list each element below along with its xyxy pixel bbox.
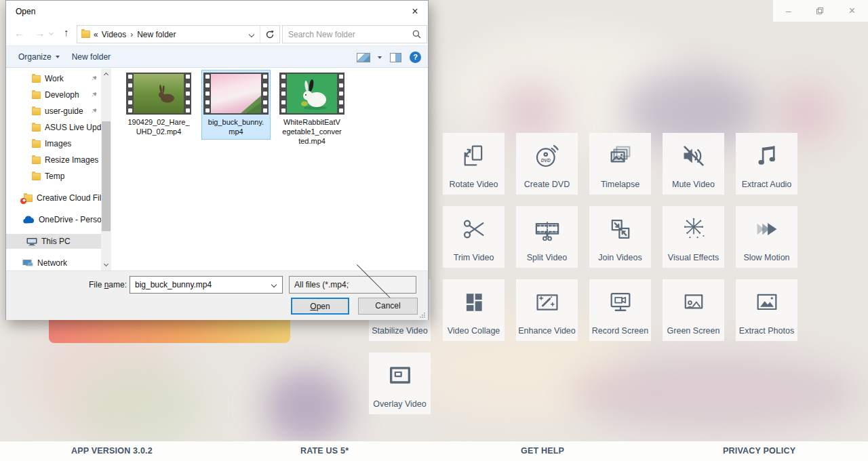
tile-timelapse[interactable]: Timelapse (589, 133, 651, 195)
help-icon[interactable]: ? (410, 52, 421, 63)
sidebar-item-work[interactable]: Work (6, 71, 101, 86)
video-thumbnail (126, 73, 191, 115)
search-box[interactable] (282, 25, 427, 43)
new-folder-button[interactable]: New folder (72, 52, 111, 62)
forward-icon[interactable]: → (35, 27, 45, 39)
close-window-icon[interactable]: × (849, 5, 855, 17)
cancel-button[interactable]: Cancel (358, 298, 418, 315)
tile-green-screen[interactable]: Green Screen (663, 279, 724, 341)
scroll-down-icon[interactable] (101, 260, 111, 270)
extract-audio-icon (753, 142, 781, 169)
video-collage-icon (460, 289, 488, 316)
tile-mute-video[interactable]: Mute Video (663, 133, 724, 195)
privacy-policy-link[interactable]: PRIVACY POLICY (723, 446, 795, 456)
sidebar-item-resize-images[interactable]: Resize Images (6, 153, 101, 167)
svg-text:DVD: DVD (540, 158, 550, 163)
get-help-link[interactable]: GET HELP (521, 446, 564, 456)
green-screen-icon (680, 289, 707, 316)
tile-join-videos[interactable]: Join Videos (589, 206, 651, 268)
scroll-up-icon[interactable] (101, 68, 111, 79)
tile-slow-motion[interactable]: Slow Motion (736, 206, 797, 268)
tile-label: Join Videos (589, 253, 651, 262)
up-icon[interactable]: ↑ (64, 26, 69, 38)
close-icon[interactable]: × (408, 4, 422, 19)
organize-menu[interactable]: Organize (18, 52, 60, 62)
refresh-icon[interactable] (260, 26, 279, 43)
minimize-icon[interactable]: – (786, 5, 791, 16)
file-item-hare[interactable]: 190429_02_Hare_UHD_02.mp4 (125, 73, 193, 136)
open-button[interactable]: Open (291, 298, 349, 315)
tile-video-collage[interactable]: Video Collage (443, 279, 505, 341)
app-window-controls: – × (773, 0, 868, 22)
file-name-input[interactable] (130, 280, 272, 289)
preview-pane-icon[interactable] (390, 53, 401, 62)
tile-visual-effects[interactable]: Visual Effects (663, 206, 724, 268)
search-input[interactable] (283, 30, 412, 39)
sidebar-item-network[interactable]: Network (6, 256, 101, 270)
file-name: 190429_02_Hare_UHD_02.mp4 (125, 117, 193, 136)
tile-extract-photos[interactable]: Extract Photos (736, 279, 797, 341)
rotate-video-icon (460, 142, 488, 169)
tile-label: Stabilize Video (369, 326, 431, 336)
onedrive-cloud-icon (22, 216, 35, 224)
tile-split-video[interactable]: Split Video (516, 206, 578, 268)
video-thumbnail (279, 73, 344, 115)
extract-photos-icon (753, 289, 781, 316)
dialog-body: Work Developh user-guide ASUS Live Updat (6, 68, 428, 270)
timelapse-icon (607, 142, 634, 169)
sidebar-item-this-pc[interactable]: This PC (6, 234, 101, 249)
breadcrumb-new-folder[interactable]: New folder (137, 30, 176, 39)
dialog-title: Open (16, 7, 35, 16)
tile-record-screen[interactable]: Record Screen (589, 279, 651, 341)
dialog-bottom-bar: File name: All files (*.mp4;*.wmv;*.mkv;… (6, 270, 428, 320)
tile-trim-video[interactable]: Trim Video (443, 206, 505, 268)
rate-us-link[interactable]: RATE US 5* (300, 446, 349, 456)
pin-icon (92, 75, 98, 81)
tile-create-dvd[interactable]: DVD Create DVD (516, 133, 578, 195)
tile-label: Extract Audio (736, 180, 797, 189)
search-icon (412, 30, 421, 39)
dialog-toolbar: Organize New folder ? (6, 45, 428, 68)
screen: – × Rotate Video DVD Create DVD Timelaps… (0, 0, 868, 461)
tile-extract-audio[interactable]: Extract Audio (736, 133, 797, 195)
tile-label: Green Screen (663, 326, 724, 336)
tile-enhance-video[interactable]: Enhance Video (516, 279, 578, 341)
tile-label: Timelapse (589, 180, 651, 189)
tile-label: Extract Photos (736, 326, 797, 336)
tile-label: Rotate Video (443, 180, 505, 189)
sidebar-item-user-guide[interactable]: user-guide (6, 104, 101, 119)
resize-grip[interactable] (419, 312, 425, 318)
trim-video-icon (460, 216, 488, 243)
folder-icon (32, 92, 41, 99)
restore-icon[interactable] (816, 7, 823, 14)
chevron-down-icon[interactable] (271, 282, 277, 287)
sidebar-item-developh[interactable]: Developh (6, 87, 101, 102)
folder-icon (32, 173, 41, 180)
chevron-down-icon (378, 56, 382, 61)
sidebar-item-asus-live-update[interactable]: ASUS Live Updat (6, 120, 101, 135)
address-dropdown-icon[interactable] (249, 31, 254, 37)
recent-locations-icon[interactable] (49, 31, 54, 35)
sidebar-item-onedrive[interactable]: OneDrive - Person (6, 212, 101, 227)
sidebar-item-creative-cloud-files[interactable]: Creative Cloud File (6, 191, 101, 205)
sidebar-item-images[interactable]: Images (6, 136, 101, 151)
back-icon[interactable]: ← (14, 27, 24, 39)
tile-label: Record Screen (589, 326, 651, 336)
tile-rotate-video[interactable]: Rotate Video (443, 133, 505, 195)
breadcrumb-collapse[interactable]: « (94, 30, 98, 39)
file-item-big-buck-bunny-selected[interactable]: big_buck_bunny.mp4 (202, 71, 270, 139)
scrollbar-thumb[interactable] (102, 121, 111, 231)
address-bar[interactable]: « Videos › New folder (77, 25, 280, 43)
mute-video-icon (680, 142, 707, 169)
breadcrumb-videos[interactable]: Videos (102, 30, 126, 39)
sidebar-scrollbar[interactable] (101, 68, 111, 270)
slow-motion-icon (753, 216, 781, 243)
view-selector[interactable] (357, 53, 382, 62)
thumbnail-view-icon (357, 53, 370, 62)
file-name-combobox[interactable] (130, 276, 283, 294)
tile-overlay-video[interactable]: Overlay Video (369, 353, 431, 414)
folder-icon (32, 140, 41, 148)
file-item-white-rabbit[interactable]: WhiteRabbitEatVegetable1_converted.mp4 (278, 73, 346, 146)
sidebar-item-temp[interactable]: Temp (6, 169, 101, 184)
file-type-dropdown[interactable]: All files (*.mp4;*.wmv;*.mkv;*.m (289, 276, 416, 294)
